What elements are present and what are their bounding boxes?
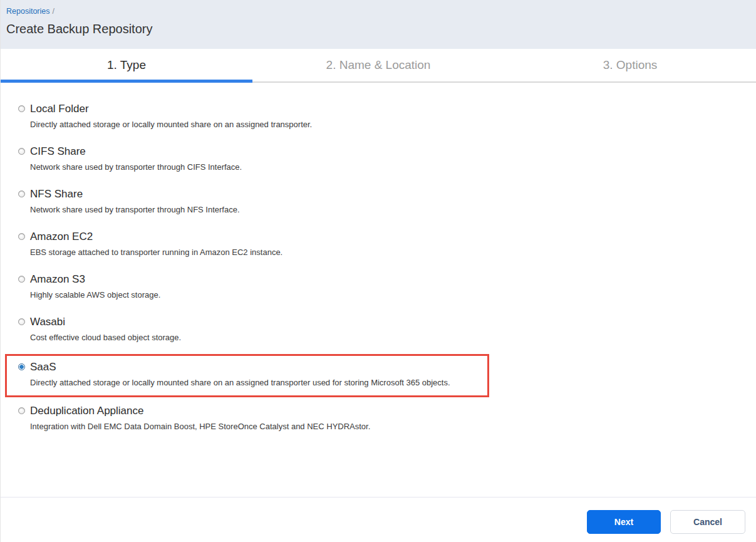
option-wasabi-label[interactable]: Wasabi bbox=[30, 315, 65, 329]
wizard-tabbar: 1. Type 2. Name & Location 3. Options bbox=[1, 49, 756, 83]
radio-amazon-ec2[interactable] bbox=[18, 233, 25, 240]
radio-amazon-s3[interactable] bbox=[18, 276, 25, 283]
option-wasabi-description: Cost effective cloud based object storag… bbox=[30, 332, 756, 343]
radio-saas[interactable] bbox=[18, 363, 25, 370]
option-deduplication-appliance-label[interactable]: Deduplication Appliance bbox=[30, 404, 143, 418]
option-deduplication-appliance: Deduplication Appliance Integration with… bbox=[18, 404, 756, 432]
radio-nfs-share[interactable] bbox=[18, 190, 25, 197]
option-local-folder-description: Directly attached storage or locally mou… bbox=[30, 119, 756, 130]
radio-cifs-share[interactable] bbox=[18, 148, 25, 155]
radio-wasabi[interactable] bbox=[18, 318, 25, 325]
tab-type[interactable]: 1. Type bbox=[1, 49, 252, 81]
option-wasabi: Wasabi Cost effective cloud based object… bbox=[18, 315, 756, 343]
option-deduplication-appliance-description: Integration with Dell EMC Data Domain Bo… bbox=[30, 421, 756, 432]
option-amazon-ec2-label[interactable]: Amazon EC2 bbox=[30, 229, 93, 244]
option-amazon-ec2-description: EBS storage attached to transporter runn… bbox=[30, 247, 756, 258]
breadcrumb: Repositories/ bbox=[6, 6, 750, 16]
page-header: Repositories/ Create Backup Repository bbox=[1, 0, 756, 49]
option-saas-label[interactable]: SaaS bbox=[30, 360, 56, 374]
option-nfs-share-description: Network share used by transporter throug… bbox=[30, 204, 756, 215]
option-cifs-share: CIFS Share Network share used by transpo… bbox=[18, 144, 756, 172]
option-nfs-share-label[interactable]: NFS Share bbox=[30, 187, 83, 201]
wizard-footer: Next Cancel bbox=[1, 497, 756, 542]
option-local-folder-label[interactable]: Local Folder bbox=[30, 102, 89, 116]
next-button[interactable]: Next bbox=[587, 510, 661, 534]
page-title: Create Backup Repository bbox=[6, 22, 750, 36]
option-amazon-s3-description: Highly scalable AWS object storage. bbox=[30, 289, 756, 300]
tab-options[interactable]: 3. Options bbox=[504, 49, 756, 81]
option-saas: SaaS Directly attached storage or locall… bbox=[18, 360, 487, 388]
radio-local-folder[interactable] bbox=[18, 105, 25, 112]
option-cifs-share-label[interactable]: CIFS Share bbox=[30, 144, 86, 159]
option-nfs-share: NFS Share Network share used by transpor… bbox=[18, 187, 756, 215]
option-amazon-s3-label[interactable]: Amazon S3 bbox=[30, 272, 85, 286]
repository-type-list: Local Folder Directly attached storage o… bbox=[1, 83, 756, 497]
cancel-button[interactable]: Cancel bbox=[670, 510, 745, 534]
breadcrumb-repositories-link[interactable]: Repositories bbox=[6, 7, 49, 16]
option-saas-description: Directly attached storage or locally mou… bbox=[30, 377, 487, 388]
option-amazon-ec2: Amazon EC2 EBS storage attached to trans… bbox=[18, 229, 756, 258]
option-cifs-share-description: Network share used by transporter throug… bbox=[30, 162, 756, 172]
saas-highlight-box: SaaS Directly attached storage or locall… bbox=[5, 354, 489, 397]
tab-name-location[interactable]: 2. Name & Location bbox=[252, 49, 504, 81]
option-local-folder: Local Folder Directly attached storage o… bbox=[18, 102, 756, 130]
option-amazon-s3: Amazon S3 Highly scalable AWS object sto… bbox=[18, 272, 756, 300]
radio-deduplication-appliance[interactable] bbox=[18, 407, 25, 414]
breadcrumb-separator: / bbox=[52, 7, 54, 16]
